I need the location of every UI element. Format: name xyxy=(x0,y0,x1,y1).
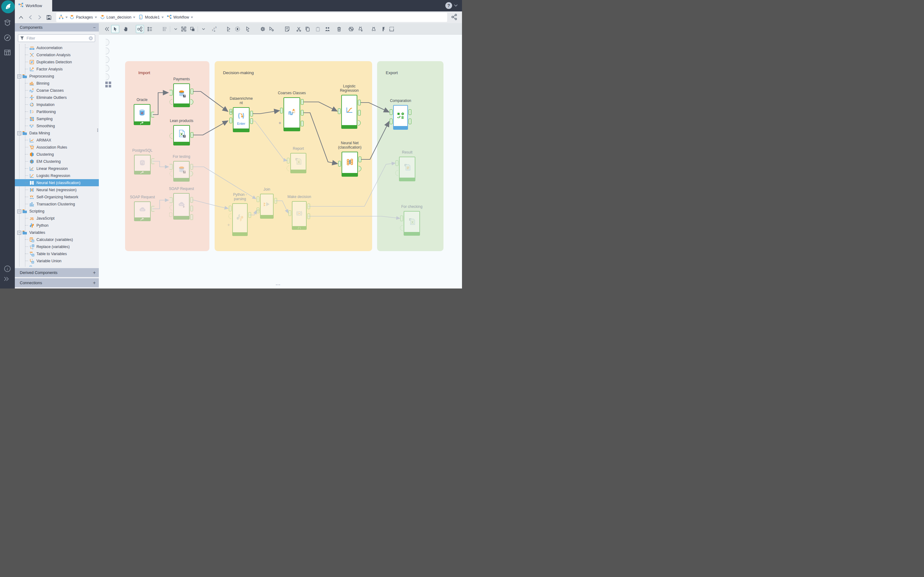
sidebar-item-neural-net-classification[interactable]: Neural Net (classification) xyxy=(15,179,99,186)
sidebar-item-association-rules[interactable]: Association Rules xyxy=(15,143,99,151)
output-port[interactable] xyxy=(358,100,361,105)
node-body[interactable]: X xyxy=(173,125,190,143)
arrange-nodes-button[interactable] xyxy=(180,25,188,33)
node-lean-products[interactable]: X xyxy=(173,125,190,145)
notes-button[interactable] xyxy=(283,25,291,33)
sidebar-item-imputation[interactable]: Imputation xyxy=(15,101,99,108)
workflow-input-port[interactable] xyxy=(106,74,109,80)
sidebar-folder-preprocessing[interactable]: −Preprocessing xyxy=(15,73,99,80)
input-port[interactable] xyxy=(390,119,393,124)
output-port[interactable] xyxy=(190,89,193,94)
group-chevron-button[interactable] xyxy=(200,25,208,33)
run-settings-button[interactable] xyxy=(267,25,275,33)
sidebar-item-self-organizing-network[interactable]: Self-Organizing Network xyxy=(15,193,99,200)
sidebar-folder-variables[interactable]: −Variables xyxy=(15,229,99,236)
breadcrumb-package-loan-decision[interactable]: Loan_decision▼ xyxy=(100,15,136,20)
sidebar-folder-scripting[interactable]: −Scripting xyxy=(15,208,99,215)
add-port-icon[interactable]: + xyxy=(227,223,230,227)
chevron-down-icon[interactable]: ▼ xyxy=(132,16,136,19)
input-port[interactable] xyxy=(338,108,341,114)
output-port[interactable] xyxy=(307,213,310,219)
select-tool-button[interactable] xyxy=(111,25,119,33)
workflow-input-port[interactable] xyxy=(106,56,109,63)
select-area-button[interactable] xyxy=(388,25,396,33)
input-port[interactable] xyxy=(169,213,172,217)
chevron-down-icon[interactable]: ▼ xyxy=(64,16,68,19)
add-port-icon[interactable]: + xyxy=(278,121,281,125)
node-for-testing[interactable] xyxy=(173,161,190,182)
node-body[interactable]: </> xyxy=(134,201,151,218)
sidebar-item-coarse-classes[interactable]: Coarse Classes xyxy=(15,87,99,94)
run-node-button[interactable] xyxy=(244,25,252,33)
output-port[interactable] xyxy=(358,110,361,116)
sidebar-item-replace-variables[interactable]: abReplace (variables) xyxy=(15,243,99,250)
nav-up-button[interactable] xyxy=(18,14,24,20)
canvas-more-indicator[interactable]: ⋯ xyxy=(275,282,281,288)
sidebar-item-logistic-regression[interactable]: Logistic Regression xyxy=(15,172,99,179)
output-port[interactable] xyxy=(301,110,304,116)
sidebar-item-arimax[interactable]: ARIMAX xyxy=(15,137,99,143)
collapse-toggle-icon[interactable]: − xyxy=(17,74,21,79)
node-make-decision[interactable] xyxy=(292,201,307,230)
align-chevron-button[interactable] xyxy=(172,25,180,33)
macro-button[interactable] xyxy=(347,25,355,33)
output-port[interactable] xyxy=(190,132,193,138)
clones-button[interactable] xyxy=(324,25,332,33)
output-port[interactable] xyxy=(409,110,411,115)
node-body[interactable]: </> xyxy=(173,193,190,217)
sidebar-item-neural-net-regression[interactable]: Neural Net (regression) xyxy=(15,186,99,193)
save-button[interactable] xyxy=(46,14,52,20)
node-oracle[interactable] xyxy=(134,104,150,125)
output-port[interactable] xyxy=(190,206,193,211)
derived-components-section[interactable]: Derived Components + xyxy=(15,268,99,277)
navigator-compass-icon[interactable] xyxy=(4,34,11,41)
chevron-down-icon[interactable]: ▼ xyxy=(94,16,98,19)
node-logistic-regression[interactable] xyxy=(341,95,357,129)
output-port[interactable] xyxy=(250,118,253,124)
node-body[interactable] xyxy=(232,203,248,233)
node-body[interactable] xyxy=(341,152,358,174)
copy-button[interactable] xyxy=(304,25,312,33)
input-port[interactable] xyxy=(287,158,290,163)
breadcrumb[interactable]: ▼Packages▼Loan_decision▼fModule1▼Workflo… xyxy=(56,13,447,22)
workflow-input-port[interactable] xyxy=(106,39,109,46)
sidebar-item-linear-regression[interactable]: Linear Regression xyxy=(15,165,99,172)
sidebar-item-partitioning[interactable]: Partitioning xyxy=(15,108,99,115)
sidebar-item-binning[interactable]: Binning xyxy=(15,80,99,87)
renumber-button[interactable]: 123 xyxy=(211,25,219,33)
sidebar-item-table-to-variables[interactable]: Table to Variables xyxy=(15,250,99,257)
stop-button[interactable] xyxy=(233,25,241,33)
node-neural-net[interactable] xyxy=(341,152,358,177)
packages-rail-icon[interactable] xyxy=(4,19,11,27)
sidebar-item-duplicates-detection[interactable]: Duplicates Detection xyxy=(15,58,99,66)
expand-panel-icon[interactable] xyxy=(4,277,11,284)
node-body[interactable] xyxy=(341,95,357,126)
node-soap-request-src[interactable]: </> xyxy=(134,201,151,221)
input-port[interactable] xyxy=(229,206,232,211)
node-soap-request[interactable]: </> xyxy=(173,193,190,219)
table-view-icon[interactable] xyxy=(4,49,11,56)
output-port[interactable] xyxy=(190,214,193,220)
bookmark-button[interactable] xyxy=(380,25,388,33)
chevron-down-icon[interactable]: ▼ xyxy=(161,16,164,19)
sidebar-item-transaction-clustering[interactable]: Transaction Clustering xyxy=(15,200,99,208)
sidebar-item-eliminate-outliers[interactable]: Eliminate Outliers xyxy=(15,94,99,101)
sidebar-item-python[interactable]: Python xyxy=(15,222,99,229)
tab-workflow[interactable]: Workflow xyxy=(15,0,52,11)
derive-button[interactable] xyxy=(370,25,378,33)
node-body[interactable]: Enter xyxy=(233,107,250,129)
output-port[interactable] xyxy=(301,121,304,126)
chevron-down-icon[interactable]: ▼ xyxy=(190,16,194,19)
input-port[interactable] xyxy=(280,108,283,113)
node-postgresql[interactable] xyxy=(134,155,151,174)
node-body[interactable]: X xyxy=(290,153,306,171)
list-view-button[interactable] xyxy=(146,25,154,33)
node-join[interactable] xyxy=(260,194,274,219)
expand-connections-icon[interactable]: + xyxy=(93,280,96,286)
input-port[interactable] xyxy=(229,118,232,123)
pan-tool-button[interactable] xyxy=(122,25,130,33)
output-port[interactable] xyxy=(359,156,361,162)
cut-button[interactable] xyxy=(295,25,303,33)
output-port[interactable] xyxy=(307,203,310,209)
sidebar-item-sampling[interactable]: Sampling xyxy=(15,115,99,122)
